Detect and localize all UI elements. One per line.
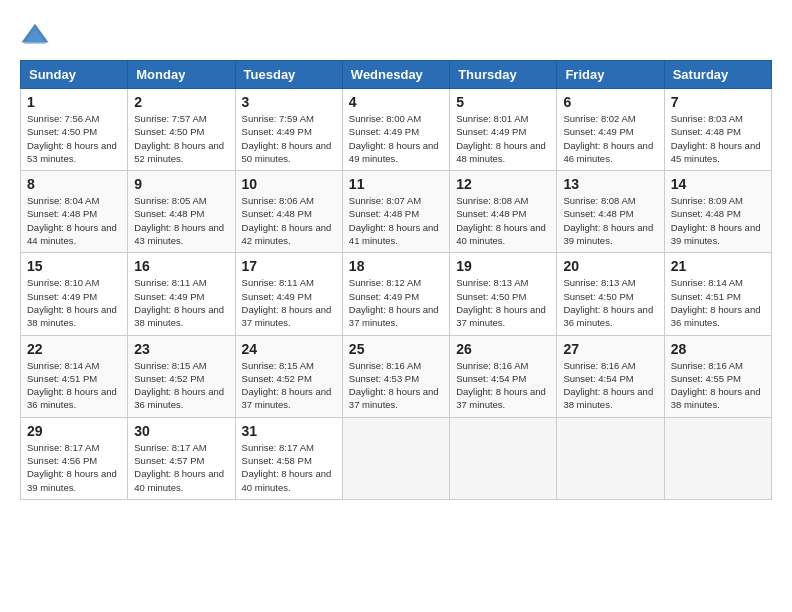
- day-info: Sunrise: 8:17 AM Sunset: 4:58 PM Dayligh…: [242, 441, 336, 494]
- day-info: Sunrise: 8:17 AM Sunset: 4:56 PM Dayligh…: [27, 441, 121, 494]
- calendar-cell: 26 Sunrise: 8:16 AM Sunset: 4:54 PM Dayl…: [450, 335, 557, 417]
- weekday-header: Friday: [557, 61, 664, 89]
- day-number: 5: [456, 94, 550, 110]
- day-number: 3: [242, 94, 336, 110]
- day-number: 1: [27, 94, 121, 110]
- logo-icon: [20, 20, 50, 50]
- calendar-table: SundayMondayTuesdayWednesdayThursdayFrid…: [20, 60, 772, 500]
- calendar-cell: 21 Sunrise: 8:14 AM Sunset: 4:51 PM Dayl…: [664, 253, 771, 335]
- day-info: Sunrise: 8:07 AM Sunset: 4:48 PM Dayligh…: [349, 194, 443, 247]
- day-info: Sunrise: 8:15 AM Sunset: 4:52 PM Dayligh…: [134, 359, 228, 412]
- day-number: 17: [242, 258, 336, 274]
- calendar-cell: 14 Sunrise: 8:09 AM Sunset: 4:48 PM Dayl…: [664, 171, 771, 253]
- calendar-cell: 17 Sunrise: 8:11 AM Sunset: 4:49 PM Dayl…: [235, 253, 342, 335]
- day-number: 22: [27, 341, 121, 357]
- day-number: 26: [456, 341, 550, 357]
- calendar-cell: 10 Sunrise: 8:06 AM Sunset: 4:48 PM Dayl…: [235, 171, 342, 253]
- day-number: 30: [134, 423, 228, 439]
- day-info: Sunrise: 8:08 AM Sunset: 4:48 PM Dayligh…: [456, 194, 550, 247]
- weekday-header: Tuesday: [235, 61, 342, 89]
- day-info: Sunrise: 8:00 AM Sunset: 4:49 PM Dayligh…: [349, 112, 443, 165]
- calendar-cell: 19 Sunrise: 8:13 AM Sunset: 4:50 PM Dayl…: [450, 253, 557, 335]
- calendar-cell: 31 Sunrise: 8:17 AM Sunset: 4:58 PM Dayl…: [235, 417, 342, 499]
- day-info: Sunrise: 8:13 AM Sunset: 4:50 PM Dayligh…: [456, 276, 550, 329]
- day-number: 31: [242, 423, 336, 439]
- day-number: 23: [134, 341, 228, 357]
- day-info: Sunrise: 8:16 AM Sunset: 4:53 PM Dayligh…: [349, 359, 443, 412]
- day-number: 15: [27, 258, 121, 274]
- day-number: 29: [27, 423, 121, 439]
- day-info: Sunrise: 8:08 AM Sunset: 4:48 PM Dayligh…: [563, 194, 657, 247]
- day-info: Sunrise: 8:04 AM Sunset: 4:48 PM Dayligh…: [27, 194, 121, 247]
- calendar-cell: 27 Sunrise: 8:16 AM Sunset: 4:54 PM Dayl…: [557, 335, 664, 417]
- day-number: 8: [27, 176, 121, 192]
- page-header: [20, 20, 772, 50]
- day-info: Sunrise: 8:12 AM Sunset: 4:49 PM Dayligh…: [349, 276, 443, 329]
- calendar-cell: 2 Sunrise: 7:57 AM Sunset: 4:50 PM Dayli…: [128, 89, 235, 171]
- day-number: 13: [563, 176, 657, 192]
- day-number: 20: [563, 258, 657, 274]
- day-number: 11: [349, 176, 443, 192]
- calendar-week-row: 1 Sunrise: 7:56 AM Sunset: 4:50 PM Dayli…: [21, 89, 772, 171]
- day-number: 21: [671, 258, 765, 274]
- day-info: Sunrise: 8:17 AM Sunset: 4:57 PM Dayligh…: [134, 441, 228, 494]
- calendar-cell: 24 Sunrise: 8:15 AM Sunset: 4:52 PM Dayl…: [235, 335, 342, 417]
- day-info: Sunrise: 8:06 AM Sunset: 4:48 PM Dayligh…: [242, 194, 336, 247]
- day-number: 27: [563, 341, 657, 357]
- day-info: Sunrise: 7:57 AM Sunset: 4:50 PM Dayligh…: [134, 112, 228, 165]
- logo: [20, 20, 54, 50]
- day-info: Sunrise: 8:10 AM Sunset: 4:49 PM Dayligh…: [27, 276, 121, 329]
- day-info: Sunrise: 7:56 AM Sunset: 4:50 PM Dayligh…: [27, 112, 121, 165]
- day-info: Sunrise: 8:02 AM Sunset: 4:49 PM Dayligh…: [563, 112, 657, 165]
- calendar-cell: [450, 417, 557, 499]
- day-number: 25: [349, 341, 443, 357]
- calendar-week-row: 8 Sunrise: 8:04 AM Sunset: 4:48 PM Dayli…: [21, 171, 772, 253]
- day-info: Sunrise: 8:14 AM Sunset: 4:51 PM Dayligh…: [27, 359, 121, 412]
- day-info: Sunrise: 8:16 AM Sunset: 4:54 PM Dayligh…: [456, 359, 550, 412]
- calendar-cell: 7 Sunrise: 8:03 AM Sunset: 4:48 PM Dayli…: [664, 89, 771, 171]
- day-number: 12: [456, 176, 550, 192]
- calendar-cell: 3 Sunrise: 7:59 AM Sunset: 4:49 PM Dayli…: [235, 89, 342, 171]
- day-info: Sunrise: 8:14 AM Sunset: 4:51 PM Dayligh…: [671, 276, 765, 329]
- calendar-cell: [664, 417, 771, 499]
- day-info: Sunrise: 8:05 AM Sunset: 4:48 PM Dayligh…: [134, 194, 228, 247]
- calendar-cell: 5 Sunrise: 8:01 AM Sunset: 4:49 PM Dayli…: [450, 89, 557, 171]
- weekday-header-row: SundayMondayTuesdayWednesdayThursdayFrid…: [21, 61, 772, 89]
- day-number: 9: [134, 176, 228, 192]
- calendar-cell: 1 Sunrise: 7:56 AM Sunset: 4:50 PM Dayli…: [21, 89, 128, 171]
- day-info: Sunrise: 8:15 AM Sunset: 4:52 PM Dayligh…: [242, 359, 336, 412]
- day-info: Sunrise: 8:09 AM Sunset: 4:48 PM Dayligh…: [671, 194, 765, 247]
- calendar-week-row: 15 Sunrise: 8:10 AM Sunset: 4:49 PM Dayl…: [21, 253, 772, 335]
- calendar-week-row: 29 Sunrise: 8:17 AM Sunset: 4:56 PM Dayl…: [21, 417, 772, 499]
- weekday-header: Monday: [128, 61, 235, 89]
- calendar-cell: 13 Sunrise: 8:08 AM Sunset: 4:48 PM Dayl…: [557, 171, 664, 253]
- day-info: Sunrise: 7:59 AM Sunset: 4:49 PM Dayligh…: [242, 112, 336, 165]
- day-number: 14: [671, 176, 765, 192]
- day-number: 28: [671, 341, 765, 357]
- day-number: 16: [134, 258, 228, 274]
- day-info: Sunrise: 8:11 AM Sunset: 4:49 PM Dayligh…: [134, 276, 228, 329]
- day-number: 6: [563, 94, 657, 110]
- calendar-cell: 15 Sunrise: 8:10 AM Sunset: 4:49 PM Dayl…: [21, 253, 128, 335]
- day-number: 4: [349, 94, 443, 110]
- day-number: 10: [242, 176, 336, 192]
- calendar-cell: 12 Sunrise: 8:08 AM Sunset: 4:48 PM Dayl…: [450, 171, 557, 253]
- day-info: Sunrise: 8:03 AM Sunset: 4:48 PM Dayligh…: [671, 112, 765, 165]
- calendar-cell: 20 Sunrise: 8:13 AM Sunset: 4:50 PM Dayl…: [557, 253, 664, 335]
- weekday-header: Wednesday: [342, 61, 449, 89]
- calendar-cell: 22 Sunrise: 8:14 AM Sunset: 4:51 PM Dayl…: [21, 335, 128, 417]
- calendar-cell: [557, 417, 664, 499]
- calendar-cell: 23 Sunrise: 8:15 AM Sunset: 4:52 PM Dayl…: [128, 335, 235, 417]
- day-info: Sunrise: 8:13 AM Sunset: 4:50 PM Dayligh…: [563, 276, 657, 329]
- day-number: 24: [242, 341, 336, 357]
- day-number: 18: [349, 258, 443, 274]
- day-number: 7: [671, 94, 765, 110]
- day-info: Sunrise: 8:01 AM Sunset: 4:49 PM Dayligh…: [456, 112, 550, 165]
- calendar-cell: [342, 417, 449, 499]
- calendar-cell: 30 Sunrise: 8:17 AM Sunset: 4:57 PM Dayl…: [128, 417, 235, 499]
- weekday-header: Saturday: [664, 61, 771, 89]
- calendar-cell: 11 Sunrise: 8:07 AM Sunset: 4:48 PM Dayl…: [342, 171, 449, 253]
- calendar-cell: 8 Sunrise: 8:04 AM Sunset: 4:48 PM Dayli…: [21, 171, 128, 253]
- weekday-header: Thursday: [450, 61, 557, 89]
- calendar-cell: 4 Sunrise: 8:00 AM Sunset: 4:49 PM Dayli…: [342, 89, 449, 171]
